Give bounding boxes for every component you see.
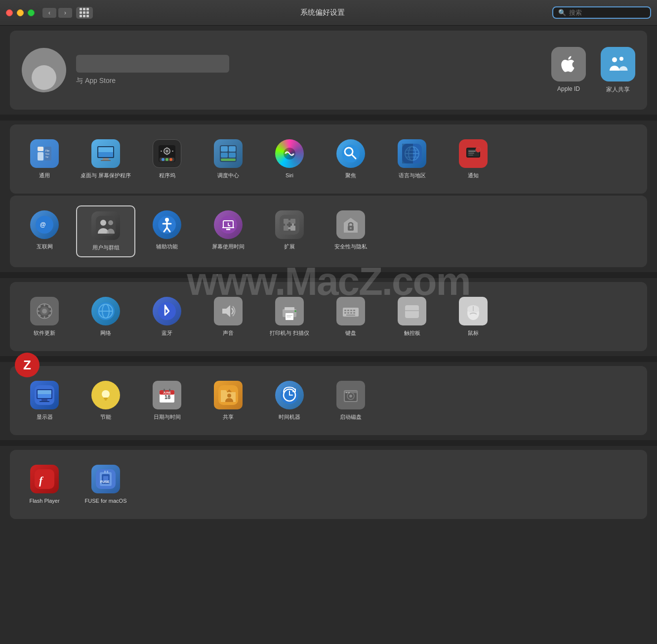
pref-item-startdisk[interactable]: 启动磁盘 xyxy=(321,376,380,425)
pref-item-keyboard[interactable]: 键盘 xyxy=(321,292,380,341)
pref-item-bluetooth[interactable]: 蓝牙 xyxy=(137,292,197,341)
svg-rect-21 xyxy=(166,154,167,155)
svg-rect-114 xyxy=(346,315,355,316)
softwareupdate-icon xyxy=(30,297,59,325)
timemachine-label: 时间机器 xyxy=(279,413,300,420)
network-label: 网络 xyxy=(100,329,111,336)
back-button[interactable]: ‹ xyxy=(42,8,56,18)
pref-item-extensions[interactable]: 扩展 xyxy=(260,205,319,257)
datetime-icon: 18 JUNE xyxy=(153,381,181,409)
grid-icon xyxy=(80,8,89,18)
softwareupdate-label: 软件更新 xyxy=(34,329,55,336)
pref-item-security[interactable]: 安全性与隐私 xyxy=(321,205,380,257)
svg-point-150 xyxy=(349,395,352,398)
pref-item-datetime[interactable]: 18 JUNE 日期与时间 xyxy=(137,376,197,425)
accessibility-icon xyxy=(153,210,181,239)
energy-icon xyxy=(91,381,120,409)
svg-point-52 xyxy=(100,220,106,226)
pref-item-screentime[interactable]: 屏幕使用时间 xyxy=(199,205,258,257)
personal-grid: File New Opr 通用 桌面与 屏幕保护程序 xyxy=(15,134,642,184)
section-separator-4 xyxy=(0,440,657,446)
svg-rect-152 xyxy=(346,392,347,393)
pref-item-desktop[interactable]: 桌面与 屏幕保护程序 xyxy=(76,134,135,184)
language-label: 语言与地区 xyxy=(399,172,426,179)
pref-item-trackpad[interactable]: 触控板 xyxy=(382,292,442,341)
svg-rect-3 xyxy=(38,152,43,161)
family-sharing-label: 家人共享 xyxy=(606,85,630,94)
pref-item-missioncontrol[interactable]: 调度中心 xyxy=(199,134,258,184)
extensions-label: 扩展 xyxy=(284,243,295,250)
missioncontrol-icon xyxy=(214,139,243,168)
pref-item-siri[interactable]: Siri xyxy=(260,134,319,184)
pref-item-energy[interactable]: 节能 xyxy=(76,376,135,425)
pref-item-flash[interactable]: f Flash Player xyxy=(15,460,74,509)
svg-text:18: 18 xyxy=(164,394,170,400)
svg-rect-27 xyxy=(221,153,228,158)
family-sharing-icon xyxy=(601,47,635,81)
svg-text:JUNE: JUNE xyxy=(163,391,171,394)
pref-item-mouse[interactable]: 鼠标 xyxy=(444,292,503,341)
pref-item-notification[interactable]: 通知 xyxy=(444,134,503,184)
svg-rect-70 xyxy=(290,226,295,231)
svg-rect-41 xyxy=(402,144,413,163)
pref-item-users[interactable]: 用户与群组 xyxy=(76,205,135,257)
svg-rect-26 xyxy=(229,146,236,152)
svg-point-103 xyxy=(294,310,296,312)
svg-rect-132 xyxy=(105,400,107,401)
svg-rect-73 xyxy=(285,223,287,226)
titlebar: ‹ › 系统偏好设置 🔍 xyxy=(0,0,657,26)
sound-icon xyxy=(214,297,243,325)
pref-item-internet[interactable]: @ 互联网 xyxy=(15,205,74,257)
fuse-label: FUSE for macOS xyxy=(85,497,127,504)
pref-item-softwareupdate[interactable]: 软件更新 xyxy=(15,292,74,341)
pref-item-display[interactable]: 显示器 xyxy=(15,376,74,425)
grid-view-button[interactable] xyxy=(76,7,93,19)
pref-item-timemachine[interactable]: 时间机器 xyxy=(260,376,319,425)
svg-point-45 xyxy=(476,147,481,152)
profile-section: 与 App Store Apple ID 家人共享 xyxy=(10,31,647,110)
forward-button[interactable]: › xyxy=(58,8,72,18)
close-button[interactable] xyxy=(6,9,13,16)
watermark-z: Z xyxy=(15,353,40,377)
avatar[interactable] xyxy=(22,48,66,92)
pref-item-dock[interactable]: 程序坞 xyxy=(137,134,197,184)
family-sharing-button[interactable]: 家人共享 xyxy=(601,47,635,94)
pref-item-general[interactable]: File New Opr 通用 xyxy=(15,134,74,184)
svg-rect-126 xyxy=(41,399,47,401)
siri-label: Siri xyxy=(286,172,293,179)
svg-rect-22 xyxy=(161,151,162,152)
sound-label: 声音 xyxy=(223,329,234,336)
notification-icon xyxy=(459,139,488,168)
pref-item-spotlight[interactable]: 聚焦 xyxy=(321,134,380,184)
pref-item-network[interactable]: 网络 xyxy=(76,292,135,341)
trackpad-label: 触控板 xyxy=(404,329,420,336)
personal-section: File New Opr 通用 桌面与 屏幕保护程序 xyxy=(10,124,647,194)
pref-item-printers[interactable]: 打印机与 扫描仪 xyxy=(260,292,319,341)
minimize-button[interactable] xyxy=(17,9,24,16)
more-grid: 显示器 节能 xyxy=(15,376,642,425)
svg-rect-86 xyxy=(49,310,52,312)
pref-item-fuse[interactable]: FUSE FUSE for macOS xyxy=(76,460,135,509)
svg-rect-20 xyxy=(166,147,167,149)
other-section: f Flash Player FUSE xyxy=(10,450,647,519)
maximize-button[interactable] xyxy=(28,9,35,16)
pref-item-accessibility[interactable]: 辅助功能 xyxy=(137,205,197,257)
pref-item-sound[interactable]: 声音 xyxy=(199,292,258,341)
security-icon xyxy=(336,210,365,239)
svg-rect-101 xyxy=(287,315,292,316)
svg-rect-154 xyxy=(35,469,54,489)
search-box[interactable]: 🔍 xyxy=(552,6,651,19)
svg-rect-109 xyxy=(353,310,355,311)
apple-id-button[interactable]: Apple ID xyxy=(551,47,586,94)
svg-point-1 xyxy=(619,57,623,61)
startdisk-icon xyxy=(336,381,365,409)
mouse-icon xyxy=(459,297,488,325)
pref-item-sharing[interactable]: 共享 xyxy=(199,376,258,425)
missioncontrol-label: 调度中心 xyxy=(217,172,239,179)
screentime-icon xyxy=(214,210,243,239)
flash-icon: f xyxy=(30,465,59,493)
search-input[interactable] xyxy=(569,9,648,16)
pref-item-language[interactable]: 语言与地区 xyxy=(382,134,442,184)
mouse-label: 鼠标 xyxy=(468,329,479,336)
sharing-label: 共享 xyxy=(223,413,234,420)
